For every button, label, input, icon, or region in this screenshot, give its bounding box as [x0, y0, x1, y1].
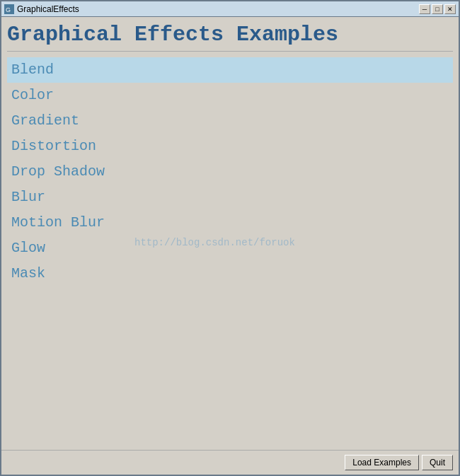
window-controls: ─ □ ✕	[419, 4, 456, 14]
title-bar-left: G GraphicalEffects	[4, 4, 79, 14]
window-content: Graphical Effects Examples BlendColorGra…	[1, 17, 459, 450]
list-item[interactable]: Gradient	[7, 108, 453, 134]
minimize-button[interactable]: ─	[419, 4, 430, 14]
bottom-bar: Load Examples Quit	[1, 450, 459, 475]
list-item[interactable]: Drop Shadow	[7, 159, 453, 185]
main-window: G GraphicalEffects ─ □ ✕ Graphical Effec…	[0, 0, 460, 476]
list-item[interactable]: Blur	[7, 185, 453, 210]
app-icon: G	[4, 4, 14, 14]
maximize-button[interactable]: □	[432, 4, 443, 14]
close-button[interactable]: ✕	[444, 4, 456, 14]
effects-list: BlendColorGradientDistortionDrop ShadowB…	[7, 57, 453, 444]
title-bar: G GraphicalEffects ─ □ ✕	[1, 1, 459, 17]
page-title: Graphical Effects Examples	[7, 23, 453, 52]
list-item[interactable]: Mask	[7, 261, 453, 286]
list-item[interactable]: Motion Blur	[7, 210, 453, 236]
svg-text:G: G	[6, 6, 11, 13]
list-item[interactable]: Distortion	[7, 134, 453, 159]
quit-button[interactable]: Quit	[422, 455, 453, 470]
list-item[interactable]: Color	[7, 83, 453, 108]
list-item[interactable]: Glow	[7, 236, 453, 261]
window-title: GraphicalEffects	[17, 4, 79, 14]
load-examples-button[interactable]: Load Examples	[345, 455, 419, 470]
list-item[interactable]: Blend	[7, 57, 453, 83]
